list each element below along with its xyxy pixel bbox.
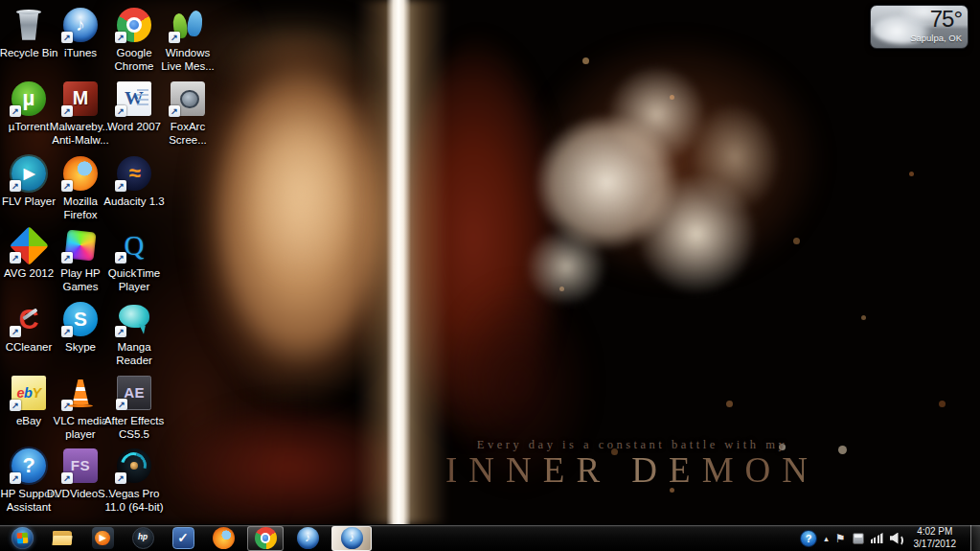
chrome-icon xyxy=(255,527,277,549)
desktop-icon-label: Windows Live Mes... xyxy=(151,46,224,73)
ccleaner-icon: C ↗ xyxy=(11,302,46,336)
windows-media-player-icon: ▶ xyxy=(92,527,114,549)
clock-date: 3/17/2012 xyxy=(914,539,957,551)
recycle-bin-icon xyxy=(11,8,46,42)
tray-icon-area: ?▴⚑ xyxy=(800,530,902,547)
weather-location: Sapulpa, OK xyxy=(910,33,962,43)
shortcut-arrow-icon: ↗ xyxy=(115,326,126,337)
checkmark-app-icon: ✓ xyxy=(172,527,194,549)
show-desktop-button[interactable] xyxy=(970,525,980,551)
desktop-icon-vegas-pro[interactable]: ↗ Vegas Pro 11.0 (64-bit) xyxy=(98,448,171,514)
vlc-icon: ↗ xyxy=(63,376,98,410)
desktop-icon-quicktime-player[interactable]: Q ↗ QuickTime Player xyxy=(98,228,171,293)
taskbar-button-itunes[interactable]: ♪ xyxy=(291,526,324,551)
weather-temperature: 75° xyxy=(930,6,962,33)
shortcut-arrow-icon: ↗ xyxy=(115,32,126,43)
chrome-icon: ↗ xyxy=(117,8,151,42)
shortcut-arrow-icon: ↗ xyxy=(115,180,126,192)
taskbar-buttons: ▶hp✓♪♪ xyxy=(6,525,372,551)
hp-support-assistant-icon: ? ↗ xyxy=(11,448,46,483)
taskbar-button-hp[interactable]: hp xyxy=(126,526,159,551)
skype-icon: S ↗ xyxy=(63,302,98,336)
taskbar-button-checkapp[interactable]: ✓ xyxy=(167,526,199,551)
audacity-icon: ≈ ↗ xyxy=(117,156,151,191)
shortcut-arrow-icon: ↗ xyxy=(115,472,126,484)
utorrent-icon: µ ↗ xyxy=(11,81,46,116)
itunes-icon: ♪ ↗ xyxy=(63,8,98,42)
system-tray: ?▴⚑ 4:02 PM 3/17/2012 xyxy=(800,525,980,551)
taskbar-button-firefox[interactable] xyxy=(207,526,239,551)
desktop-icon-label: After Effects CS5.5 xyxy=(98,414,171,441)
itunes-icon: ♪ xyxy=(341,527,363,549)
shortcut-arrow-icon: ↗ xyxy=(61,180,73,192)
shortcut-arrow-icon: ↗ xyxy=(10,180,21,192)
foxarc-screen-recorder-icon: ↗ xyxy=(171,81,205,116)
desktop-icon-label: FoxArc Scree... xyxy=(151,120,224,147)
shortcut-arrow-icon: ↗ xyxy=(169,105,180,117)
taskbar-clock[interactable]: 4:02 PM 3/17/2012 xyxy=(910,526,961,550)
shortcut-arrow-icon: ↗ xyxy=(61,32,73,43)
icon-glyph xyxy=(11,8,46,42)
desktop-icon-audacity[interactable]: ≈ ↗ Audacity 1.3 xyxy=(98,156,171,208)
firefox-icon xyxy=(213,527,235,549)
desktop-icon-manga-reader[interactable]: ↗ Manga Reader xyxy=(98,302,171,367)
manga-reader-icon: ↗ xyxy=(117,302,151,336)
desktop-icon-grid: Recycle Bin ♪ ↗ iTunes ↗ Google Chrome ↗… xyxy=(0,0,980,524)
shortcut-arrow-icon: ↗ xyxy=(10,400,21,411)
quicktime-icon: Q ↗ xyxy=(117,228,151,263)
malwarebytes-icon: M ↗ xyxy=(63,81,98,116)
desktop-icon-label: Audacity 1.3 xyxy=(98,195,171,208)
network-signal-icon[interactable] xyxy=(871,533,883,543)
desktop-icon-label: Manga Reader xyxy=(98,340,171,367)
desktop-icon-windows-live-messenger[interactable]: ↗ Windows Live Mes... xyxy=(151,8,224,73)
flag-icon[interactable]: ⚑ xyxy=(835,532,846,545)
dvdvideosoft-icon: FS ↗ xyxy=(63,448,98,483)
desktop-screen: Every day is a constant battle with my I… xyxy=(0,0,980,551)
word-icon: W ↗ xyxy=(117,81,151,116)
taskbar-button-wmp[interactable]: ▶ xyxy=(86,526,119,551)
hp-games-icon: ↗ xyxy=(63,228,98,263)
taskbar-button-chrome[interactable] xyxy=(247,526,284,551)
desktop-icon-foxarc[interactable]: ↗ FoxArc Scree... xyxy=(151,81,224,147)
shortcut-arrow-icon: ↗ xyxy=(61,326,73,337)
taskbar-button-start[interactable] xyxy=(6,526,38,551)
desktop-icon-label: QuickTime Player xyxy=(98,266,171,293)
shortcut-arrow-icon: ↗ xyxy=(10,472,21,484)
speaker-icon[interactable] xyxy=(890,533,903,544)
taskbar: ▶hp✓♪♪ ?▴⚑ 4:02 PM 3/17/2012 xyxy=(0,524,980,551)
desktop-icon-after-effects[interactable]: AE ↗ After Effects CS5.5 xyxy=(98,376,171,441)
icon-glyph xyxy=(63,376,98,410)
shortcut-arrow-icon: ↗ xyxy=(10,105,21,117)
hp-question-icon[interactable]: ? xyxy=(800,530,817,547)
shortcut-arrow-icon: ↗ xyxy=(10,252,21,264)
shortcut-arrow-icon: ↗ xyxy=(61,105,73,117)
clock-time: 4:02 PM xyxy=(914,526,957,539)
shortcut-arrow-icon: ↗ xyxy=(10,326,21,337)
ebay-icon: ebY ↗ xyxy=(11,376,46,410)
vegas-pro-icon: ↗ xyxy=(117,448,151,483)
window-notification-icon[interactable] xyxy=(853,533,864,544)
shortcut-arrow-icon: ↗ xyxy=(115,252,126,264)
after-effects-icon: AE ↗ xyxy=(117,376,151,410)
shortcut-arrow-icon: ↗ xyxy=(116,399,127,410)
shortcut-arrow-icon: ↗ xyxy=(169,32,180,43)
shortcut-arrow-icon: ↗ xyxy=(61,400,73,411)
flv-player-icon: ▶ ↗ xyxy=(11,156,46,191)
chevron-up-icon[interactable]: ▴ xyxy=(824,534,829,543)
taskbar-button-explorer[interactable] xyxy=(46,526,79,551)
shortcut-arrow-icon: ↗ xyxy=(61,472,73,484)
windows-live-messenger-icon: ↗ xyxy=(171,8,205,42)
itunes-icon: ♪ xyxy=(297,527,319,549)
shortcut-arrow-icon: ↗ xyxy=(61,252,73,264)
windows-explorer-icon xyxy=(52,527,74,549)
shortcut-arrow-icon: ↗ xyxy=(115,105,126,117)
hp-icon: hp xyxy=(132,527,154,549)
taskbar-button-itunes-active[interactable]: ♪ xyxy=(331,526,372,551)
firefox-icon: ↗ xyxy=(63,156,98,191)
avg-icon: ↗ xyxy=(11,228,46,263)
start-orb-icon xyxy=(11,527,34,549)
weather-gadget[interactable]: 75° Sapulpa, OK xyxy=(870,5,969,49)
desktop-icon-label: Vegas Pro 11.0 (64-bit) xyxy=(98,487,171,514)
